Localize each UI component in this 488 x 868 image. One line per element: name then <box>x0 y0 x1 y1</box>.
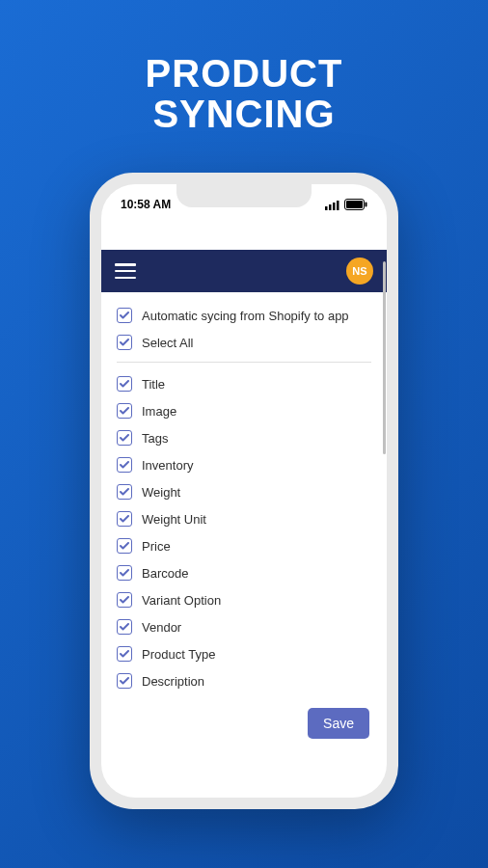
field-label: Image <box>142 404 176 419</box>
field-label: Weight <box>142 485 180 500</box>
svg-rect-3 <box>337 201 339 210</box>
svg-rect-1 <box>329 204 332 210</box>
field-checkbox[interactable] <box>117 484 132 500</box>
field-label: Vendor <box>142 620 181 635</box>
select-all-row: Select All <box>117 329 371 356</box>
field-row: Price <box>117 532 371 559</box>
field-row: Title <box>117 370 371 397</box>
avatar-initials: NS <box>352 265 366 277</box>
svg-rect-6 <box>366 203 367 207</box>
svg-rect-0 <box>325 206 328 210</box>
save-button[interactable]: Save <box>308 708 369 739</box>
field-row: Variant Option <box>117 586 371 613</box>
battery-icon <box>344 199 367 210</box>
field-checkbox[interactable] <box>117 457 132 473</box>
field-checkbox[interactable] <box>117 403 132 419</box>
content-area: Automatic sycing from Shopify to app Sel… <box>101 292 387 798</box>
hero-title: PRODUCT SYNCING <box>146 53 343 134</box>
field-label: Tags <box>142 431 168 446</box>
field-checkbox[interactable] <box>117 673 132 689</box>
field-row: Vendor <box>117 613 371 640</box>
signal-icon <box>325 200 340 210</box>
field-label: Variant Option <box>142 593 221 608</box>
field-row: Description <box>117 667 371 694</box>
field-row: Weight <box>117 478 371 505</box>
auto-sync-checkbox[interactable] <box>117 308 132 323</box>
field-checkbox[interactable] <box>117 592 132 608</box>
status-time: 10:58 AM <box>121 198 171 211</box>
auto-sync-label: Automatic sycing from Shopify to app <box>142 309 349 323</box>
svg-rect-5 <box>346 201 363 208</box>
save-row: Save <box>117 694 371 739</box>
field-checkbox[interactable] <box>117 646 132 662</box>
scroll-indicator[interactable] <box>383 261 386 454</box>
field-row: Tags <box>117 424 371 451</box>
field-checkbox[interactable] <box>117 376 132 392</box>
status-right <box>325 199 367 210</box>
hero-line1: PRODUCT <box>146 53 343 94</box>
field-row: Weight Unit <box>117 505 371 532</box>
hero-line2: SYNCING <box>146 94 343 134</box>
field-checkbox[interactable] <box>117 619 132 635</box>
avatar[interactable]: NS <box>346 258 373 285</box>
field-label: Weight Unit <box>142 512 206 527</box>
app-header: NS <box>101 250 387 292</box>
field-checkbox[interactable] <box>117 538 132 554</box>
select-all-label: Select All <box>142 336 193 350</box>
field-label: Price <box>142 539 171 554</box>
phone-screen: 10:58 AM NS Auto <box>101 184 387 798</box>
fields-list: TitleImageTagsInventoryWeightWeight Unit… <box>117 370 371 694</box>
field-label: Product Type <box>142 647 215 662</box>
auto-sync-row: Automatic sycing from Shopify to app <box>117 302 371 329</box>
field-checkbox[interactable] <box>117 430 132 446</box>
field-row: Product Type <box>117 640 371 667</box>
field-label: Title <box>142 377 165 392</box>
phone-frame: 10:58 AM NS Auto <box>90 173 398 809</box>
phone-notch <box>176 184 312 207</box>
svg-rect-2 <box>333 203 336 210</box>
divider <box>117 362 371 363</box>
menu-icon[interactable] <box>115 263 136 279</box>
field-label: Description <box>142 674 204 689</box>
select-all-checkbox[interactable] <box>117 335 132 350</box>
field-row: Image <box>117 397 371 424</box>
field-row: Barcode <box>117 559 371 586</box>
field-checkbox[interactable] <box>117 565 132 581</box>
field-row: Inventory <box>117 451 371 478</box>
field-label: Inventory <box>142 458 193 473</box>
field-label: Barcode <box>142 566 188 581</box>
field-checkbox[interactable] <box>117 511 132 527</box>
